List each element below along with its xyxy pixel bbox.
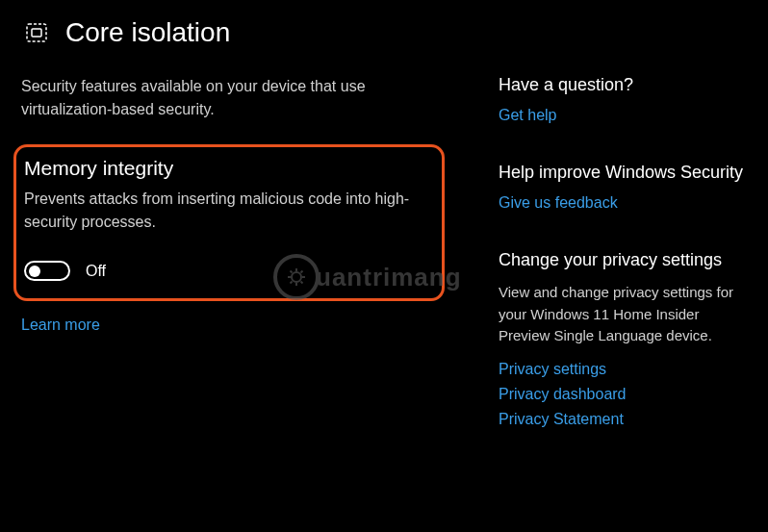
- memory-integrity-section: Memory integrity Prevents attacks from i…: [13, 144, 445, 301]
- give-feedback-link[interactable]: Give us feedback: [499, 194, 747, 212]
- privacy-statement-link[interactable]: Privacy Statement: [499, 411, 747, 428]
- svg-rect-1: [32, 29, 41, 37]
- toggle-knob: [29, 266, 40, 277]
- learn-more-link[interactable]: Learn more: [21, 317, 445, 334]
- privacy-settings-section: Change your privacy settings View and ch…: [499, 250, 747, 428]
- privacy-heading: Change your privacy settings: [499, 250, 747, 270]
- page-header: Core isolation: [21, 17, 747, 48]
- toggle-state-label: Off: [86, 263, 106, 280]
- side-column: Have a question? Get help Help improve W…: [483, 75, 747, 467]
- svg-rect-0: [27, 24, 46, 41]
- have-question-heading: Have a question?: [499, 75, 747, 95]
- main-column: Security features available on your devi…: [21, 75, 445, 467]
- content-area: Security features available on your devi…: [21, 75, 747, 467]
- page-description: Security features available on your devi…: [21, 75, 445, 121]
- memory-integrity-description: Prevents attacks from inserting maliciou…: [24, 188, 428, 234]
- privacy-settings-link[interactable]: Privacy settings: [499, 361, 747, 378]
- privacy-description: View and change privacy settings for you…: [499, 282, 747, 347]
- memory-integrity-toggle[interactable]: [24, 261, 70, 281]
- get-help-link[interactable]: Get help: [499, 107, 747, 124]
- help-improve-section: Help improve Windows Security Give us fe…: [499, 163, 747, 212]
- privacy-dashboard-link[interactable]: Privacy dashboard: [499, 386, 747, 403]
- have-question-section: Have a question? Get help: [499, 75, 747, 124]
- memory-integrity-title: Memory integrity: [24, 157, 428, 180]
- memory-integrity-toggle-row: Off: [24, 261, 428, 281]
- help-improve-heading: Help improve Windows Security: [499, 163, 747, 183]
- page-title: Core isolation: [65, 17, 230, 48]
- core-isolation-icon: [21, 17, 52, 48]
